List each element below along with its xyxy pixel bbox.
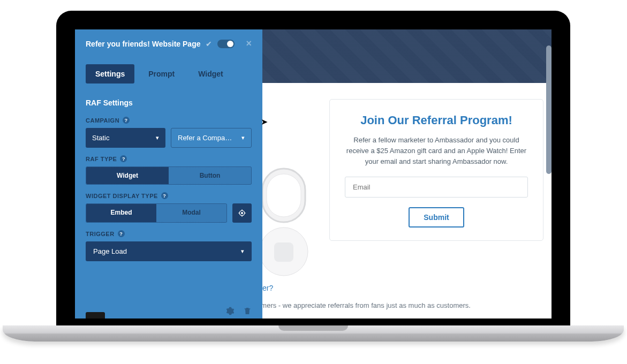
segment-widget[interactable]: Widget: [86, 167, 169, 184]
section-title: RAF Settings: [86, 98, 252, 107]
display-type-segmented: Embed Modal: [86, 203, 227, 223]
tab-settings[interactable]: Settings: [86, 64, 134, 84]
close-icon[interactable]: ×: [246, 38, 252, 49]
product-image: [262, 163, 337, 281]
gear-icon[interactable]: [226, 307, 235, 317]
label-trigger: TRIGGER ?: [86, 230, 252, 237]
panel-header: Refer you friends! Website Page ✔ ×: [75, 29, 262, 58]
label-raf-type: RAF TYPE ?: [86, 155, 252, 162]
panel-enable-toggle[interactable]: [217, 40, 235, 48]
help-icon[interactable]: ?: [118, 230, 125, 237]
campaign-select-dropdown[interactable]: Refer a Compa… ▾: [171, 128, 252, 148]
trash-icon[interactable]: [243, 307, 252, 317]
segment-embed[interactable]: Embed: [86, 204, 156, 222]
label-display-type: WIDGET DISPLAY TYPE ?: [86, 192, 252, 199]
card-heading: Join Our Referral Program!: [345, 113, 528, 127]
svg-rect-7: [267, 174, 301, 217]
panel-tabs: Settings Prompt Widget: [75, 58, 262, 93]
submit-button[interactable]: Submit: [409, 207, 464, 228]
bottom-peek: [86, 312, 105, 318]
settings-panel: Refer you friends! Website Page ✔ × Sett…: [75, 29, 262, 318]
hero-banner: [262, 29, 552, 83]
card-body: Refer a fellow marketer to Ambassador an…: [345, 135, 528, 167]
segment-modal[interactable]: Modal: [156, 204, 226, 222]
chevron-down-icon: ▾: [241, 134, 245, 141]
label-campaign: CAMPAIGN ?: [86, 117, 252, 124]
segment-button[interactable]: Button: [169, 167, 251, 184]
referral-card: Join Our Referral Program! Refer a fello…: [329, 99, 543, 241]
preview-body-fragment: stomers - we appreciate referrals from f…: [262, 301, 471, 309]
raf-type-segmented: Widget Button: [86, 166, 252, 185]
tab-prompt[interactable]: Prompt: [139, 64, 184, 84]
panel-title: Refer you friends! Website Page: [86, 40, 200, 48]
help-icon[interactable]: ?: [123, 117, 130, 124]
panel-footer-icons: [226, 307, 252, 317]
svg-point-1: [241, 213, 243, 214]
tab-widget[interactable]: Widget: [188, 64, 233, 84]
help-icon[interactable]: ?: [161, 192, 168, 199]
chevron-down-icon: ▾: [156, 134, 159, 141]
pick-target-button[interactable]: [232, 203, 252, 223]
svg-rect-9: [274, 242, 293, 262]
preview-link-fragment[interactable]: er?: [262, 284, 273, 292]
chevron-down-icon: ▾: [241, 248, 244, 255]
campaign-mode-dropdown[interactable]: Static ▾: [86, 128, 165, 148]
preview-pane: Join Our Referral Program! Refer a fello…: [262, 29, 552, 318]
help-icon[interactable]: ?: [120, 155, 127, 162]
email-field[interactable]: [345, 177, 528, 198]
check-icon: ✔: [206, 40, 212, 48]
trigger-dropdown[interactable]: Page Load ▾: [86, 241, 252, 261]
